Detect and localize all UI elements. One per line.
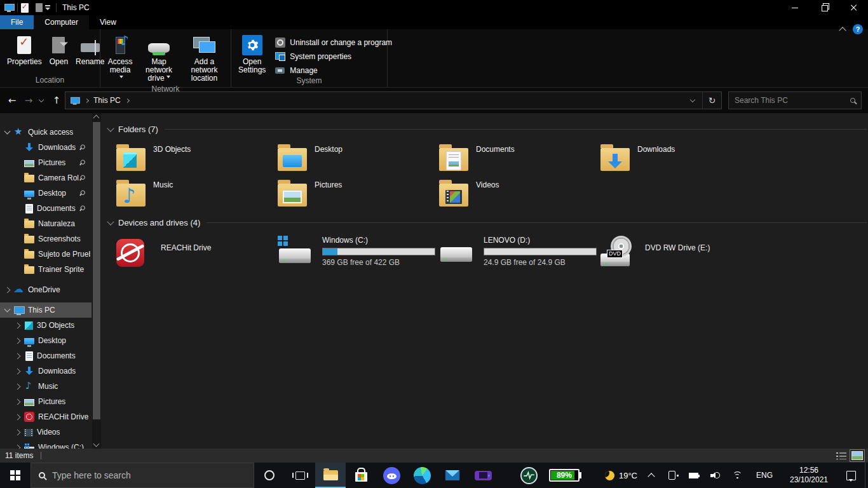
up-button[interactable]: ↑ — [48, 95, 65, 106]
sidebar-item-pictures[interactable]: Pictures — [0, 155, 92, 170]
edge-button[interactable] — [407, 463, 437, 488]
folders-group-header[interactable]: Folders (7) — [107, 122, 868, 136]
tray-device-icon[interactable] — [668, 471, 675, 480]
chevron-right-icon[interactable] — [4, 287, 11, 293]
close-button[interactable] — [839, 0, 868, 15]
tab-file[interactable]: File — [0, 15, 34, 29]
tray-battery-icon[interactable] — [689, 473, 698, 478]
sidebar-item-camera-roll[interactable]: Camera Roll — [0, 170, 92, 186]
chevron-right-icon[interactable] — [15, 322, 21, 329]
drive-tile-dvd-rw-drive-e[interactable]: DVDDVD RW Drive (E:) — [600, 236, 759, 271]
monitor-app-icon[interactable] — [520, 467, 538, 484]
folder-tile-videos[interactable]: Videos — [439, 177, 598, 212]
explorer-search-box[interactable] — [728, 92, 862, 109]
sidebar-item-3d-objects[interactable]: 3D Objects — [0, 318, 92, 333]
minimize-button[interactable] — [780, 0, 810, 15]
show-desktop-button[interactable] — [865, 463, 868, 488]
devices-group-header[interactable]: Devices and drives (4) — [107, 215, 868, 229]
sidebar-scrollbar[interactable] — [92, 113, 101, 449]
chevron-right-icon[interactable] — [15, 444, 21, 449]
add-network-location-button[interactable]: Add a network location — [182, 32, 227, 84]
sidebar-item-documents[interactable]: Documents — [0, 201, 92, 216]
chevron-down-icon[interactable] — [4, 306, 11, 313]
temperature[interactable]: 19°C — [619, 471, 637, 480]
sidebar-item-documents[interactable]: Documents — [0, 348, 92, 363]
tab-view[interactable]: View — [89, 15, 127, 29]
folder-tile-downloads[interactable]: Downloads — [600, 141, 759, 177]
tab-computer[interactable]: Computer — [34, 15, 89, 29]
refresh-button[interactable]: ↻ — [702, 92, 721, 109]
file-explorer-button[interactable] — [315, 463, 346, 488]
sidebar-item-downloads[interactable]: Downloads — [0, 363, 92, 379]
drive-tile-windows-c[interactable]: Windows (C:)369 GB free of 422 GB — [278, 236, 437, 271]
access-media-button[interactable]: Access media — [104, 32, 136, 84]
sidebar-item-desktop[interactable]: Desktop — [0, 333, 92, 348]
qat-new-folder-icon[interactable] — [36, 3, 43, 12]
properties-button[interactable]: Properties — [4, 32, 45, 67]
manage-button[interactable]: Manage — [270, 65, 397, 76]
chevron-right-icon[interactable] — [15, 353, 21, 359]
chevron-right-icon[interactable] — [15, 337, 21, 344]
explorer-search-input[interactable] — [735, 96, 850, 105]
folder-tile-desktop[interactable]: Desktop — [278, 141, 437, 177]
chevron-right-icon[interactable] — [15, 429, 21, 435]
open-button[interactable]: Open — [46, 32, 71, 67]
microsoft-store-button[interactable] — [346, 463, 376, 488]
uninstall-program-button[interactable]: Uninstall or change a program — [270, 37, 397, 48]
chevron-right-icon[interactable] — [15, 398, 21, 405]
drive-tile-reachit-drive[interactable]: REACHit Drive — [116, 236, 275, 271]
breadcrumb-chevron-icon[interactable] — [125, 98, 130, 102]
map-network-drive-button[interactable]: Map network drive — [137, 32, 180, 84]
folder-tile-music[interactable]: Music — [116, 177, 275, 212]
folder-tile-pictures[interactable]: Pictures — [278, 177, 437, 212]
recent-locations-chevron-icon[interactable] — [39, 97, 44, 102]
restore-button[interactable] — [810, 0, 839, 15]
start-button[interactable] — [0, 463, 31, 488]
sidebar-item-screenshots[interactable]: Screenshots — [0, 231, 92, 247]
forward-button[interactable]: → — [20, 95, 37, 106]
collapse-chevron-icon[interactable] — [107, 218, 114, 225]
open-settings-button[interactable]: Open Settings — [235, 32, 269, 76]
volume-icon[interactable] — [710, 471, 721, 479]
taskbar-search-input[interactable] — [52, 470, 246, 480]
breadcrumb-this-pc[interactable]: This PC — [93, 96, 121, 105]
sidebar-item-trainer-sprite[interactable]: Trainer Sprite — [0, 262, 92, 277]
qat-customize-dropdown-icon[interactable] — [44, 4, 51, 11]
hidden-icons-chevron-icon[interactable] — [648, 473, 654, 480]
chevron-down-icon[interactable] — [4, 128, 11, 135]
back-button[interactable]: ← — [4, 95, 20, 106]
weather-moon-icon[interactable] — [605, 471, 614, 480]
emulator-button[interactable] — [468, 463, 498, 488]
sidebar-item-reachit-drive[interactable]: REACHit Drive — [0, 409, 92, 424]
action-center-icon[interactable] — [846, 471, 856, 480]
sidebar-item-sujeto-de-prueba[interactable]: Sujeto de Prueba — [0, 247, 92, 262]
breadcrumb-chevron-icon[interactable] — [85, 98, 89, 102]
folder-tile-3d-objects[interactable]: 3D Objects — [116, 141, 275, 177]
icons-view-button[interactable] — [851, 451, 863, 460]
chevron-right-icon[interactable] — [15, 368, 21, 374]
sidebar-item-videos[interactable]: Videos — [0, 424, 92, 440]
address-bar[interactable]: This PC ↻ — [65, 92, 722, 109]
address-dropdown-button[interactable] — [683, 92, 702, 109]
qat-properties-icon[interactable] — [21, 3, 29, 13]
sidebar-item-pictures[interactable]: Pictures — [0, 394, 92, 409]
details-view-button[interactable] — [836, 452, 846, 460]
sidebar-item-windows-c[interactable]: Windows (C:) — [0, 440, 92, 449]
sidebar-item-naturaleza[interactable]: Naturaleza — [0, 216, 92, 231]
mail-button[interactable] — [437, 463, 468, 488]
scroll-down-icon[interactable] — [93, 441, 100, 447]
language-indicator[interactable]: ENG — [756, 471, 773, 480]
help-button[interactable] — [853, 24, 863, 34]
clock[interactable]: 12:56 23/10/2021 — [787, 466, 831, 485]
folder-tile-documents[interactable]: Documents — [439, 141, 598, 177]
sidebar-item-this-pc[interactable]: This PC — [0, 302, 92, 318]
task-view-button[interactable] — [285, 463, 315, 488]
discord-button[interactable] — [376, 463, 407, 488]
sidebar-item-desktop[interactable]: Desktop — [0, 186, 92, 201]
sidebar-item-downloads[interactable]: Downloads — [0, 140, 92, 155]
minimize-ribbon-icon[interactable] — [839, 27, 846, 34]
sidebar-item-quick-access[interactable]: Quick access — [0, 125, 92, 140]
taskbar-search-box[interactable] — [31, 463, 254, 488]
collapse-chevron-icon[interactable] — [107, 125, 114, 132]
cortana-button[interactable] — [254, 463, 285, 488]
